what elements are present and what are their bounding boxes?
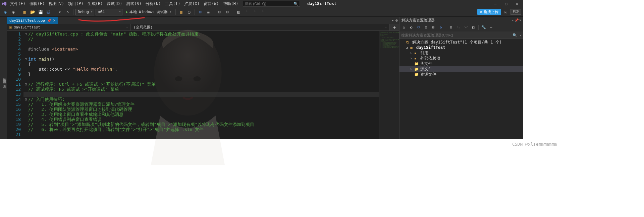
expand-icon[interactable]: ▷ <box>409 57 413 60</box>
menu-item[interactable]: 视图(V) <box>47 0 66 7</box>
menu-item[interactable]: 窗口(W) <box>202 0 221 7</box>
cloud-icon: ∞ <box>480 10 482 14</box>
panel-search[interactable]: 🔍 ▾ <box>399 31 523 39</box>
code-editor[interactable]: ⊟// day1SiftTest.cpp : 此文件包含 "main" 函数。程… <box>23 31 379 139</box>
panel-pin-icon[interactable]: 📌 <box>515 18 519 22</box>
tool-icon[interactable]: — <box>488 24 494 30</box>
fold-icon[interactable]: ⊟ <box>23 97 28 102</box>
fold-icon <box>23 67 28 72</box>
node-icon: ⧉ <box>406 40 411 45</box>
undo-icon[interactable]: ↶ <box>56 9 63 15</box>
expand-icon[interactable]: ▷ <box>409 51 413 55</box>
fold-icon[interactable]: ⊟ <box>23 31 28 37</box>
nav-project-label: day1SiftTest <box>14 25 40 29</box>
quick-search[interactable]: 🔍 <box>243 1 300 7</box>
tool-icon[interactable]: ❝ <box>251 9 258 15</box>
title-bar: 文件(F)编辑(E)视图(V)项目(P)生成(B)调试(D)测试(S)分析(N)… <box>0 0 523 7</box>
tool-icon[interactable]: ⊟ <box>423 24 429 30</box>
tool-icon[interactable]: ◐ <box>408 24 414 30</box>
tool-icon[interactable]: ⇆ <box>455 24 462 30</box>
minimize-button[interactable]: — <box>490 0 500 7</box>
fold-icon[interactable]: ⊟ <box>23 57 28 62</box>
menu-item[interactable]: 测试(S) <box>124 0 144 7</box>
tool-icon[interactable]: ⊡ <box>430 24 436 30</box>
nav-back-icon[interactable]: ◉ <box>2 9 9 15</box>
tree-row[interactable]: ⧉解决方案"day1SiftTest"(1 个项目/共 1 个) <box>399 40 523 45</box>
quick-search-input[interactable] <box>245 2 291 6</box>
upload-button[interactable]: ∞ 拖拽上传 <box>477 9 501 15</box>
platform-combo[interactable]: x64▾ <box>96 9 122 15</box>
minimap[interactable]: // day1SiftTest.cpp : 此文件包含 "main" 函数。程序… <box>379 31 399 139</box>
panel-close-icon[interactable]: × <box>519 18 521 22</box>
tool-icon[interactable]: ⊟ <box>224 9 231 15</box>
solution-tree[interactable]: ⧉解决方案"day1SiftTest"(1 个项目/共 1 个)◢▣day1Si… <box>399 39 523 139</box>
new-project-icon[interactable]: ▦ <box>21 9 28 15</box>
menu-item[interactable]: 调试(D) <box>105 0 124 7</box>
home-icon[interactable]: ⌂ <box>401 24 407 30</box>
tree-row[interactable]: 📁资源文件 <box>399 72 523 77</box>
save-icon[interactable]: 💾 <box>37 9 44 15</box>
save-all-icon[interactable]: ⿻ <box>45 9 52 15</box>
tree-row[interactable]: ▷📁源文件 <box>399 66 523 72</box>
tool-icon[interactable]: ◧ <box>470 24 476 30</box>
maximize-button[interactable]: ▢ <box>501 0 511 7</box>
node-icon: 📁 <box>414 67 419 71</box>
start-debug-button[interactable]: ▶ 本地 Windows 调试器 ▾ <box>124 9 173 15</box>
tree-row[interactable]: ▷▪外部依赖项 <box>399 56 523 61</box>
tree-row[interactable]: ▷▪引用 <box>399 50 523 56</box>
tool-icon[interactable]: ⊞ <box>448 24 454 30</box>
tool-icon[interactable]: ⟳ <box>416 24 422 30</box>
menu-item[interactable]: 编辑(E) <box>28 0 47 7</box>
line-number-gutter: 123456789101112131415161718192021 <box>7 31 23 139</box>
tool-icon[interactable]: ❝ <box>243 9 250 15</box>
wrench-icon[interactable]: 🔧 <box>481 24 487 30</box>
fold-icon <box>23 102 28 107</box>
tool-icon[interactable]: ▦ <box>178 9 184 15</box>
redo-icon[interactable]: ↷ <box>64 9 71 15</box>
editor-tab[interactable]: day1SiftTest.cpp 📌 × <box>7 17 58 24</box>
menu-item[interactable]: 生成(B) <box>86 0 105 7</box>
fold-icon <box>23 37 28 42</box>
tool-icon[interactable]: ≣ <box>205 9 212 15</box>
menu-item[interactable]: 项目(P) <box>66 0 86 7</box>
tool-icon[interactable]: 〰 <box>463 24 469 30</box>
nav-add-button[interactable]: + <box>390 24 399 30</box>
separator <box>214 9 214 15</box>
menu-item[interactable]: 文件(F) <box>8 0 28 7</box>
tool-icon[interactable]: ◧ <box>235 9 242 15</box>
panel-search-input[interactable] <box>401 33 513 37</box>
node-icon: 📁 <box>414 72 419 77</box>
nav-fwd-icon[interactable]: ◉ <box>10 9 17 15</box>
config-combo[interactable]: Debug▾ <box>75 9 94 15</box>
expand-icon[interactable]: ◢ <box>405 46 409 49</box>
fold-icon <box>23 47 28 52</box>
separator <box>233 9 233 15</box>
close-button[interactable]: ✕ <box>512 0 522 7</box>
tab-close-icon[interactable]: × <box>53 18 55 23</box>
tab-dropdown-icon[interactable]: ▾ <box>392 18 394 23</box>
expand-icon[interactable]: ▷ <box>409 67 413 71</box>
pin-icon[interactable]: 📌 <box>47 19 51 22</box>
panel-dropdown-icon[interactable]: ▾ <box>512 18 514 22</box>
menu-item[interactable]: 分析(N) <box>144 0 163 7</box>
open-file-icon[interactable]: 📂 <box>29 9 36 15</box>
tool-icon[interactable]: ⊞ <box>197 9 204 15</box>
tool-icon[interactable]: ❝ <box>259 9 266 15</box>
tool-icon[interactable]: ↻ <box>438 24 444 30</box>
tree-row[interactable]: 📁头文件 <box>399 61 523 66</box>
menu-item[interactable]: 扩展(X) <box>182 0 202 7</box>
separator <box>19 9 19 15</box>
exp-badge[interactable]: EXP <box>511 9 521 15</box>
left-toolbox-sidebar[interactable]: 服务器资源管理器 工具箱 <box>0 17 7 139</box>
tree-row[interactable]: ◢▣day1SiftTest <box>399 45 523 50</box>
tab-settings-icon[interactable]: ⚙ <box>395 18 398 23</box>
tool-icon[interactable]: ⊟ <box>216 9 223 15</box>
fold-icon <box>23 127 28 132</box>
fold-icon[interactable]: ⊟ <box>23 82 28 87</box>
menu-item[interactable]: 帮助(H) <box>221 0 240 7</box>
panel-title-bar[interactable]: 解决方案资源管理器 ▾ 📌 × <box>399 17 523 23</box>
tool-icon[interactable]: ▢ <box>186 9 193 15</box>
menu-item[interactable]: 工具(T) <box>163 0 182 7</box>
share-icon[interactable]: ⇱ <box>502 9 509 15</box>
fold-icon <box>23 122 28 127</box>
